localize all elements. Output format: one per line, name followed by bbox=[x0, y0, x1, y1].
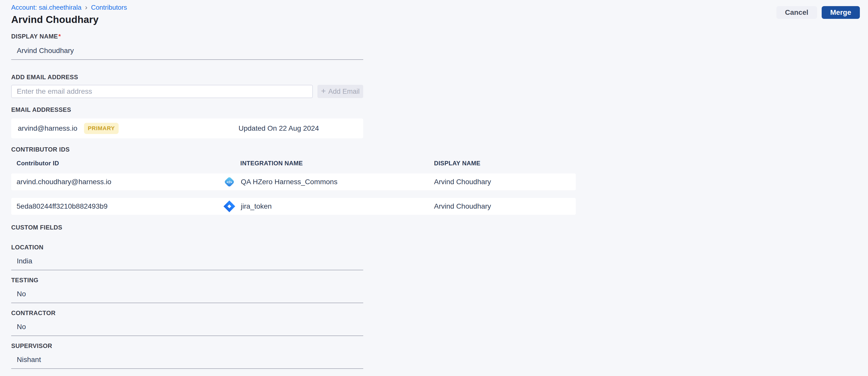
integration-name-value: jira_token bbox=[241, 202, 272, 210]
display-name-field: DISPLAY NAME* bbox=[11, 33, 363, 60]
add-email-row: + Add Email bbox=[11, 85, 868, 98]
email-addresses-section: EMAIL ADDRESSES arvind@harness.io PRIMAR… bbox=[11, 106, 868, 138]
supervisor-label: SUPERVISOR bbox=[11, 342, 363, 349]
custom-field-contractor: CONTRACTOR bbox=[11, 310, 363, 336]
column-header-integration-name: INTEGRATION NAME bbox=[223, 160, 434, 167]
top-bar: Account: sai.cheethirala › Contributors … bbox=[0, 0, 868, 25]
location-label: LOCATION bbox=[11, 244, 363, 251]
plus-icon: + bbox=[321, 86, 326, 96]
display-name-label-text: DISPLAY NAME bbox=[11, 33, 58, 40]
required-asterisk: * bbox=[59, 33, 61, 40]
testing-input[interactable] bbox=[11, 287, 363, 303]
add-email-section: ADD EMAIL ADDRESS + Add Email bbox=[11, 74, 868, 98]
add-email-label: ADD EMAIL ADDRESS bbox=[11, 74, 868, 81]
table-row: 5eda80244ff3210b882493b9 bbox=[11, 198, 576, 215]
custom-field-location: LOCATION bbox=[11, 244, 363, 270]
jira-icon bbox=[223, 200, 236, 213]
custom-fields-label: CUSTOM FIELDS bbox=[11, 224, 868, 231]
custom-fields-section: CUSTOM FIELDS LOCATION TESTING CONTRACTO… bbox=[11, 224, 868, 376]
display-name-value: Arvind Choudhary bbox=[434, 178, 576, 186]
email-list-item: arvind@harness.io PRIMARY Updated On 22 … bbox=[11, 118, 363, 138]
contributor-ids-label: CONTRIBUTOR IDS bbox=[11, 146, 70, 153]
integration-cell: </> QA HZero Harness_Commons bbox=[223, 175, 434, 189]
table-header-row: Contributor ID INTEGRATION NAME DISPLAY … bbox=[11, 160, 576, 173]
contributor-ids-table: Contributor ID INTEGRATION NAME DISPLAY … bbox=[11, 160, 576, 215]
contributor-id-value: 5eda80244ff3210b882493b9 bbox=[11, 202, 223, 210]
cancel-button[interactable]: Cancel bbox=[776, 6, 817, 19]
code-brackets-icon: </> bbox=[223, 175, 236, 189]
contributor-ids-section: CONTRIBUTOR IDS Contributor ID INTEGRATI… bbox=[11, 146, 868, 215]
breadcrumb-contributors-link[interactable]: Contributors bbox=[91, 4, 127, 11]
add-email-button[interactable]: + Add Email bbox=[317, 85, 363, 98]
page-title: Arvind Choudhary bbox=[11, 14, 127, 25]
contractor-label: CONTRACTOR bbox=[11, 310, 363, 317]
header-actions: Cancel Merge bbox=[776, 6, 860, 19]
top-bar-left: Account: sai.cheethirala › Contributors … bbox=[11, 4, 127, 25]
display-name-input[interactable] bbox=[11, 44, 363, 60]
content: DISPLAY NAME* ADD EMAIL ADDRESS + Add Em… bbox=[0, 25, 868, 376]
email-updated-date: Updated On 22 Aug 2024 bbox=[239, 124, 319, 133]
custom-field-testing: TESTING bbox=[11, 277, 363, 303]
location-input[interactable] bbox=[11, 255, 363, 270]
testing-label: TESTING bbox=[11, 277, 363, 284]
breadcrumb-account-link[interactable]: Account: sai.cheethirala bbox=[11, 4, 82, 11]
contributor-id-value: arvind.choudhary@harness.io bbox=[11, 178, 223, 186]
merge-button[interactable]: Merge bbox=[822, 6, 860, 19]
breadcrumb-chevron-icon: › bbox=[85, 4, 87, 11]
display-name-label: DISPLAY NAME* bbox=[11, 33, 363, 40]
table-row: arvind.choudhary@harness.io bbox=[11, 173, 576, 190]
integration-name-value: QA HZero Harness_Commons bbox=[241, 178, 338, 186]
breadcrumb: Account: sai.cheethirala › Contributors bbox=[11, 4, 127, 11]
column-header-display-name: DISPLAY NAME bbox=[434, 160, 576, 167]
column-header-contributor-id: Contributor ID bbox=[11, 160, 223, 167]
email-value: arvind@harness.io bbox=[18, 124, 78, 133]
email-addresses-label: EMAIL ADDRESSES bbox=[11, 106, 71, 113]
add-email-button-label: Add Email bbox=[328, 88, 360, 95]
add-email-input[interactable] bbox=[11, 85, 313, 98]
contractor-input[interactable] bbox=[11, 320, 363, 336]
display-name-value: Arvind Choudhary bbox=[434, 202, 576, 210]
primary-badge: PRIMARY bbox=[84, 123, 119, 134]
integration-cell: jira_token bbox=[223, 200, 434, 213]
custom-field-supervisor: SUPERVISOR bbox=[11, 342, 363, 369]
svg-text:</>: </> bbox=[226, 180, 232, 184]
supervisor-input[interactable] bbox=[11, 353, 363, 369]
contributor-detail-page: Account: sai.cheethirala › Contributors … bbox=[0, 0, 868, 376]
